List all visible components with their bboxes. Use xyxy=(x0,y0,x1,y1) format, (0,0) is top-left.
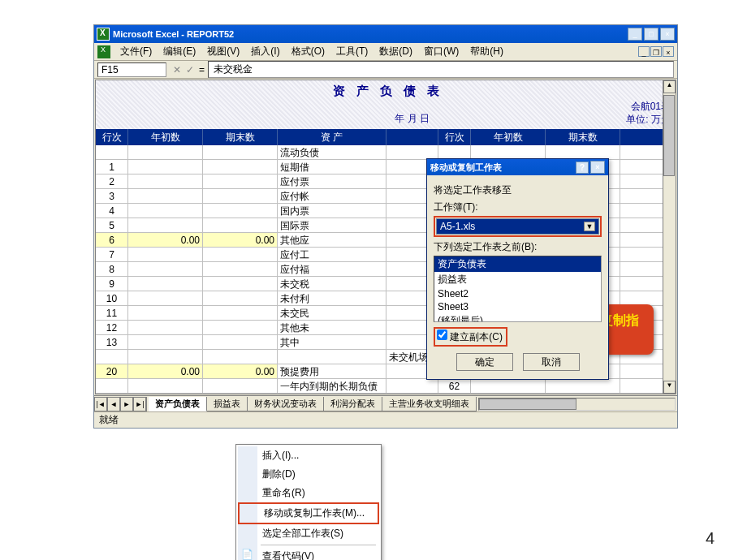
close-button[interactable]: × xyxy=(660,28,675,41)
doc-minimize-button[interactable]: _ xyxy=(638,46,650,57)
cell-begin[interactable] xyxy=(128,204,203,218)
maximize-button[interactable]: □ xyxy=(644,28,658,41)
hscroll-thumb[interactable] xyxy=(479,398,576,410)
doc-close-button[interactable]: × xyxy=(663,46,674,57)
menu-edit[interactable]: 编辑(E) xyxy=(158,44,201,59)
menu-view[interactable]: 视图(V) xyxy=(202,44,244,59)
cell-begin[interactable] xyxy=(128,350,203,364)
cell-rownum[interactable]: 9 xyxy=(96,277,128,291)
cell-rownum[interactable]: 2 xyxy=(96,174,128,188)
cell-rownum[interactable]: 11 xyxy=(96,306,128,320)
dialog-help-button[interactable]: ? xyxy=(576,162,589,174)
cell-asset[interactable]: 其他应 xyxy=(278,233,386,247)
fn-enter-icon[interactable]: ✓ xyxy=(186,64,194,75)
context-menu-item[interactable]: 删除(D) xyxy=(238,465,379,484)
cell-rownum[interactable]: 12 xyxy=(96,321,128,334)
context-menu-item[interactable]: 插入(I)... xyxy=(238,446,379,465)
cell-end[interactable]: 0.00 xyxy=(203,233,278,247)
menu-help[interactable]: 帮助(H) xyxy=(465,44,508,59)
cell-asset[interactable] xyxy=(278,350,386,364)
cell-end[interactable] xyxy=(203,262,278,276)
cell-end[interactable] xyxy=(203,350,278,364)
cell-asset[interactable]: 其中 xyxy=(278,335,386,349)
scroll-down-button[interactable]: ▼ xyxy=(663,381,676,394)
cell-end[interactable] xyxy=(203,145,278,159)
cell-end2[interactable] xyxy=(546,145,620,159)
cell-asset[interactable]: 未付利 xyxy=(278,291,386,305)
menu-file[interactable]: 文件(F) xyxy=(115,44,157,59)
cell-end[interactable] xyxy=(203,379,278,393)
menu-window[interactable]: 窗口(W) xyxy=(419,44,464,59)
cell-begin[interactable] xyxy=(128,218,203,232)
sheet-tab[interactable]: 财务状况变动表 xyxy=(248,397,324,411)
combo-arrow-icon[interactable]: ▼ xyxy=(584,222,595,231)
dialog-list-item[interactable]: Sheet3 xyxy=(434,300,601,313)
create-copy-input[interactable] xyxy=(437,330,447,340)
cell-rownum[interactable] xyxy=(96,145,128,159)
create-copy-checkbox[interactable]: 建立副本(C) xyxy=(437,331,503,342)
cell-begin[interactable] xyxy=(128,277,203,291)
tab-next-button[interactable]: ► xyxy=(120,397,133,411)
cell-asset[interactable]: 国内票 xyxy=(278,204,386,218)
grid-row[interactable]: 一年内到期的长期负债62 xyxy=(96,379,676,394)
ok-button[interactable]: 确定 xyxy=(456,353,513,371)
cell-begin[interactable] xyxy=(128,174,203,188)
tab-last-button[interactable]: ►| xyxy=(133,397,146,411)
formula-input[interactable]: 未交税金 xyxy=(208,61,674,78)
cell-begin[interactable] xyxy=(128,248,203,261)
cell-begin[interactable] xyxy=(128,321,203,334)
cell-begin[interactable] xyxy=(128,189,203,203)
cell-asset[interactable]: 应付福 xyxy=(278,262,386,276)
cell-begin[interactable] xyxy=(128,335,203,349)
tab-prev-button[interactable]: ◄ xyxy=(107,397,120,411)
dialog-title-bar[interactable]: 移动或复制工作表 ? × xyxy=(427,159,608,175)
workbook-combobox[interactable]: A5-1.xls ▼ xyxy=(436,218,599,235)
cell-end[interactable]: 0.00 xyxy=(203,364,278,378)
cell-begin[interactable]: 0.00 xyxy=(128,364,203,378)
cell-rownum[interactable]: 7 xyxy=(96,248,128,261)
menu-data[interactable]: 数据(D) xyxy=(374,44,417,59)
cell-rownum2[interactable]: 62 xyxy=(438,379,471,393)
cell-end[interactable] xyxy=(203,277,278,291)
cancel-button[interactable]: 取消 xyxy=(523,353,580,371)
cell-asset[interactable]: 短期借 xyxy=(278,160,386,174)
cell-end[interactable] xyxy=(203,306,278,320)
cell-asset[interactable]: 应付票 xyxy=(278,174,386,188)
cell-liab[interactable] xyxy=(386,379,438,393)
cell-asset[interactable]: 应付工 xyxy=(278,248,386,261)
dialog-list-item[interactable]: 损益表 xyxy=(434,272,601,287)
scroll-up-button[interactable]: ▲ xyxy=(663,80,676,93)
cell-rownum[interactable]: 4 xyxy=(96,204,128,218)
menu-insert[interactable]: 插入(I) xyxy=(246,44,284,59)
minimize-button[interactable]: _ xyxy=(628,28,642,41)
cell-end[interactable] xyxy=(203,248,278,261)
dialog-list-item[interactable]: Sheet2 xyxy=(434,287,601,300)
scroll-thumb[interactable] xyxy=(663,95,675,176)
cell-begin[interactable]: 0.00 xyxy=(128,233,203,247)
cell-asset[interactable]: 预提费用 xyxy=(278,364,386,378)
sheet-tab[interactable]: 损益表 xyxy=(207,397,248,411)
cell-rownum[interactable]: 6 xyxy=(96,233,128,247)
cell-rownum[interactable]: 13 xyxy=(96,335,128,349)
cell-asset[interactable]: 一年内到期的长期负债 xyxy=(278,379,386,393)
sheet-tab[interactable]: 主营业务收支明细表 xyxy=(382,397,477,411)
cell-begin[interactable] xyxy=(128,291,203,305)
cell-asset[interactable]: 其他未 xyxy=(278,321,386,334)
cell-asset[interactable]: 流动负债 xyxy=(278,145,386,159)
context-menu-item[interactable]: 移动或复制工作表(M)... xyxy=(238,502,379,524)
cell-end[interactable] xyxy=(203,291,278,305)
cell-rownum[interactable]: 8 xyxy=(96,262,128,276)
name-box[interactable]: F15 xyxy=(97,62,166,77)
horizontal-scrollbar[interactable] xyxy=(478,398,676,411)
cell-end[interactable] xyxy=(203,335,278,349)
menu-format[interactable]: 格式(O) xyxy=(287,44,330,59)
cell-begin[interactable] xyxy=(128,262,203,276)
cell-begin[interactable] xyxy=(128,379,203,393)
vertical-scrollbar[interactable]: ▲ ▼ xyxy=(663,80,676,394)
cell-asset[interactable]: 应付帐 xyxy=(278,189,386,203)
cell-end[interactable] xyxy=(203,160,278,174)
cell-rownum[interactable]: 20 xyxy=(96,364,128,378)
cell-begin[interactable] xyxy=(128,160,203,174)
context-menu-item[interactable]: 选定全部工作表(S) xyxy=(238,524,379,543)
cell-end[interactable] xyxy=(203,204,278,218)
